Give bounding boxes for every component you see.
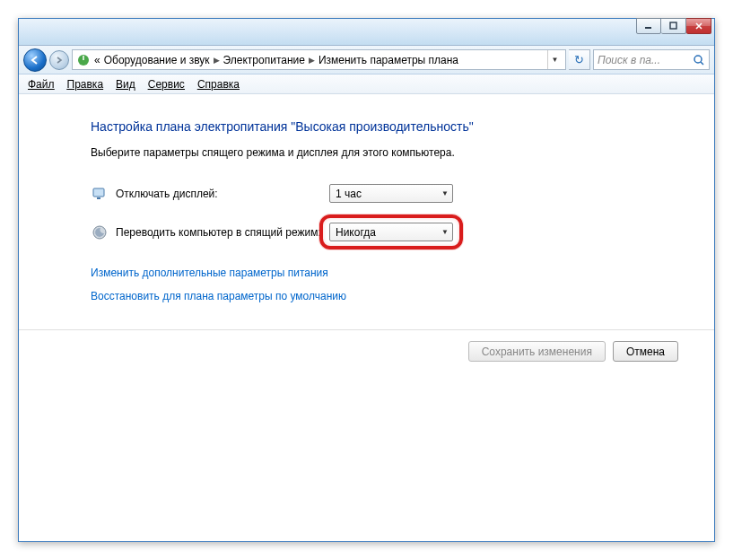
power-plan-icon — [76, 53, 91, 67]
search-icon — [693, 54, 705, 66]
close-button[interactable] — [686, 18, 711, 34]
sleep-combo[interactable]: Никогда ▼ — [329, 223, 453, 241]
maximize-button[interactable] — [661, 18, 686, 34]
menu-help[interactable]: Справка — [192, 76, 245, 92]
breadcrumb-item[interactable]: Изменить параметры плана — [319, 54, 458, 66]
minimize-icon — [644, 22, 653, 31]
links-block: Изменить дополнительные параметры питани… — [91, 267, 678, 302]
chevron-right-icon: ▶ — [214, 56, 220, 65]
close-icon — [694, 22, 703, 31]
search-placeholder: Поиск в па... — [598, 54, 660, 66]
menu-tools[interactable]: Сервис — [143, 76, 190, 92]
chevron-right-icon: ▶ — [309, 56, 315, 65]
menu-view[interactable]: Вид — [110, 76, 141, 92]
breadcrumb-dropdown[interactable]: ▼ — [547, 50, 562, 69]
svg-rect-1 — [670, 22, 676, 29]
restore-defaults-link[interactable]: Восстановить для плана параметры по умол… — [91, 290, 678, 302]
svg-rect-0 — [645, 27, 651, 29]
monitor-icon — [91, 185, 109, 203]
advanced-settings-link[interactable]: Изменить дополнительные параметры питани… — [91, 267, 678, 279]
arrow-left-icon — [30, 55, 40, 66]
page-title: Настройка плана электропитания "Высокая … — [91, 119, 678, 134]
refresh-button[interactable]: ↻ — [569, 49, 590, 70]
forward-button[interactable] — [49, 50, 69, 70]
window-controls — [636, 19, 711, 34]
svg-rect-4 — [93, 188, 104, 197]
page-subtitle: Выберите параметры спящего режима и дисп… — [91, 146, 678, 159]
display-off-value: 1 час — [336, 188, 362, 200]
back-button[interactable] — [23, 48, 47, 72]
content-area: Настройка плана электропитания "Высокая … — [19, 94, 714, 541]
display-off-combo[interactable]: 1 час ▼ — [329, 184, 453, 203]
control-panel-window: « Оборудование и звук ▶ Электропитание ▶… — [18, 18, 715, 542]
breadcrumb-prefix: « — [94, 54, 100, 66]
button-row: Сохранить изменения Отмена — [19, 329, 714, 372]
sleep-value: Никогда — [336, 226, 376, 239]
menu-edit[interactable]: Правка — [62, 76, 109, 92]
maximize-icon — [669, 22, 678, 31]
chevron-down-icon: ▼ — [441, 189, 449, 197]
chevron-down-icon: ▼ — [441, 228, 449, 236]
display-off-label: Отключать дисплей: — [116, 188, 329, 200]
menu-file[interactable]: Файл — [22, 76, 60, 92]
search-input[interactable]: Поиск в па... — [593, 49, 710, 70]
breadcrumb-item[interactable]: Оборудование и звук — [104, 54, 210, 66]
address-bar: « Оборудование и звук ▶ Электропитание ▶… — [19, 46, 714, 74]
breadcrumb-item[interactable]: Электропитание — [223, 54, 305, 66]
setting-display-off: Отключать дисплей: 1 час ▼ — [91, 184, 678, 203]
minimize-button[interactable] — [636, 18, 661, 34]
moon-icon — [91, 223, 109, 241]
highlight-annotation: Никогда ▼ — [319, 214, 463, 249]
svg-rect-5 — [97, 197, 100, 199]
arrow-right-icon — [55, 56, 64, 65]
breadcrumb[interactable]: « Оборудование и звук ▶ Электропитание ▶… — [72, 49, 566, 70]
setting-sleep: Переводить компьютер в спящий режим: Ник… — [91, 223, 678, 241]
svg-point-3 — [694, 56, 702, 63]
menu-bar: Файл Правка Вид Сервис Справка — [19, 74, 714, 94]
refresh-icon: ↻ — [574, 53, 584, 66]
sleep-label: Переводить компьютер в спящий режим: — [116, 226, 329, 239]
titlebar — [19, 19, 714, 46]
cancel-button[interactable]: Отмена — [613, 341, 678, 362]
save-button[interactable]: Сохранить изменения — [468, 341, 606, 362]
